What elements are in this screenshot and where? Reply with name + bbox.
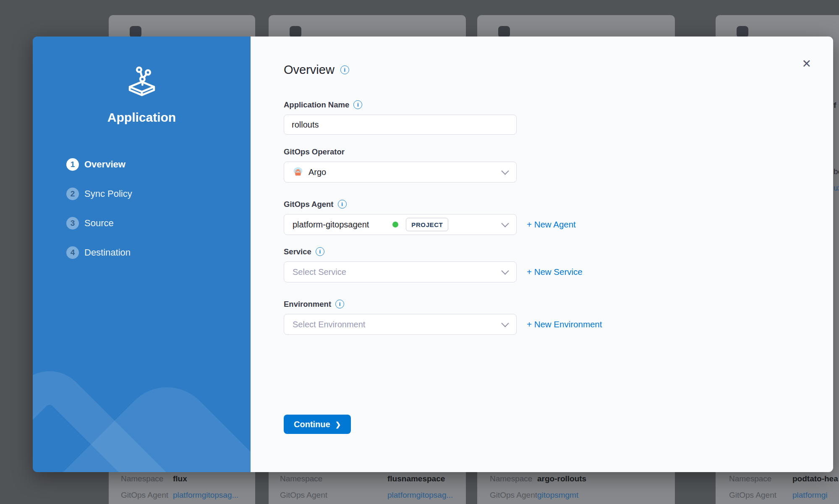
app-avatar-icon [290,26,301,38]
environment-select[interactable]: Select Environment [284,314,517,335]
namespace-label: Namespace [729,473,792,484]
chevron-down-icon [501,319,509,327]
app-avatar-icon [737,26,748,38]
gitops-operator-field: GitOps Operator Argo [284,147,833,183]
gitops-agent-value: platformgi [792,490,827,501]
info-icon[interactable]: i [335,300,344,308]
gitops-operator-select[interactable]: Argo [284,162,517,183]
gitops-agent-value: platform-gitopsagent [293,220,369,230]
namespace-value: podtato-hea [792,473,838,484]
gitops-agent-value: gitopsmgmt [537,490,578,501]
clipped-background-text: f [834,101,836,110]
gitops-agent-label: GitOps Agent [729,490,792,501]
close-icon[interactable]: ✕ [800,57,813,71]
background-card-meta: Namespaceargo-rollouts GitOps Agentgitop… [490,473,586,504]
clipped-background-text: ux [834,183,839,193]
step-label: Overview [84,159,125,170]
argo-mascot-icon [293,167,303,178]
gitops-agent-label: GitOps Agent [490,490,537,501]
chevron-down-icon [501,167,509,175]
wizard-content: ✕ Overview i Application Name i GitOps O… [251,37,833,472]
info-icon[interactable]: i [316,247,324,256]
new-agent-button[interactable]: + New Agent [527,219,576,230]
gitops-applications-page: Namespaceflux GitOps Agentplatformgitops… [0,0,839,504]
service-placeholder: Select Service [293,267,346,277]
background-card-meta: Namespaceflux GitOps Agentplatformgitops… [121,473,238,504]
background-card-meta: Namespaceflusnamespace GitOps Agentplatf… [280,473,453,504]
step-number-badge: 3 [66,217,79,230]
gitops-operator-value: Argo [308,167,326,177]
wizard-title: Application [33,110,251,125]
info-icon[interactable]: i [340,65,349,74]
step-sync-policy[interactable]: 2 Sync Policy [66,188,251,200]
environment-field: Environment i Select Environment + New E… [284,299,833,335]
step-label: Destination [84,247,131,258]
environment-label: Environment [284,300,331,309]
new-environment-button[interactable]: + New Environment [527,319,602,329]
gitops-operator-label: GitOps Operator [284,147,345,157]
info-icon[interactable]: i [338,200,347,209]
application-name-label: Application Name [284,100,349,110]
gitops-application-icon [124,64,159,99]
app-avatar-icon [498,26,510,38]
step-overview[interactable]: 1 Overview [66,158,251,171]
gitops-agent-label: GitOps Agent [121,490,173,501]
continue-label: Continue [294,420,330,429]
service-field: Service i Select Service + New Service [284,247,833,282]
namespace-value: argo-rollouts [537,473,586,484]
gitops-agent-select[interactable]: platform-gitopsagent PROJECT [284,214,517,235]
service-select[interactable]: Select Service [284,261,517,282]
step-number-badge: 2 [66,188,79,200]
continue-button[interactable]: Continue ❯ [284,415,351,434]
namespace-label: Namespace [280,473,387,484]
wizard-sidebar: Application 1 Overview 2 Sync Policy 3 S… [33,37,251,472]
step-source[interactable]: 3 Source [66,217,251,230]
page-title: Overview [284,63,335,77]
gitops-agent-value: platformgitopsag... [387,490,453,501]
background-card-meta: Namespacepodtato-hea GitOps Agentplatfor… [729,473,838,504]
agent-healthy-dot-icon [392,222,398,227]
gitops-agent-label: GitOps Agent [284,200,334,209]
namespace-label: Namespace [121,473,173,484]
info-icon[interactable]: i [353,100,362,109]
scope-badge: PROJECT [406,218,448,231]
step-label: Source [84,218,114,229]
step-destination[interactable]: 4 Destination [66,246,251,259]
namespace-label: Namespace [490,473,537,484]
application-name-field: Application Name i [284,100,833,135]
new-service-button[interactable]: + New Service [527,267,583,277]
chevron-down-icon [501,267,509,274]
application-wizard-modal: Application 1 Overview 2 Sync Policy 3 S… [33,37,833,472]
chevron-right-icon: ❯ [335,420,341,428]
namespace-value: flux [173,473,187,484]
step-number-badge: 4 [66,246,79,259]
namespace-value: flusnamespace [387,473,445,484]
environment-placeholder: Select Environment [293,320,365,329]
app-avatar-icon [130,26,141,38]
application-name-input[interactable] [284,115,517,135]
gitops-agent-field: GitOps Agent i platform-gitopsagent PROJ… [284,199,833,235]
chevron-down-icon [501,219,509,227]
service-label: Service [284,247,311,256]
gitops-agent-label: GitOps Agent [280,490,387,501]
step-label: Sync Policy [84,188,132,199]
gitops-agent-value: platformgitopsag... [173,490,238,501]
clipped-background-text: be [834,167,839,176]
step-number-badge: 1 [66,158,79,171]
wizard-steps: 1 Overview 2 Sync Policy 3 Source 4 Dest… [33,158,251,259]
